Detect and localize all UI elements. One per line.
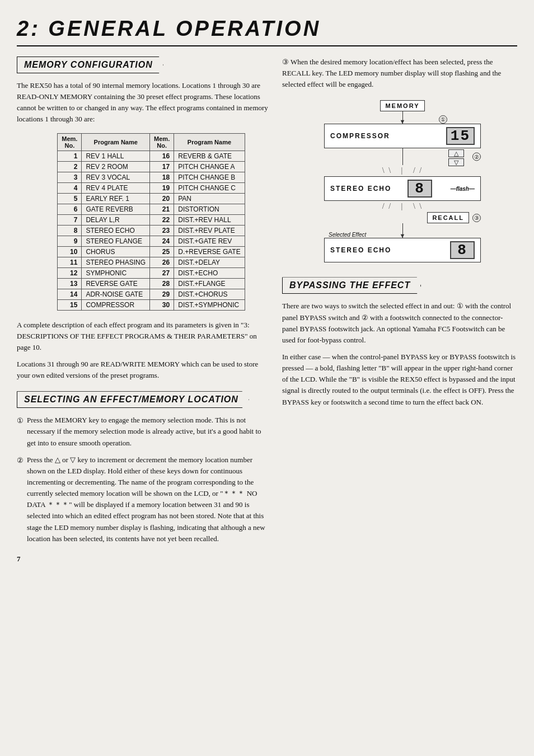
table-row: 5EARLY REF. 120PAN: [58, 193, 245, 204]
selecting-section: SELECTING AN EFFECT/MEMORY LOCATION ①Pre…: [17, 391, 269, 544]
slash-bottom: / / | \ \: [324, 202, 481, 211]
table-row: 3REV 3 VOCAL18PITCH CHANGE B: [58, 172, 245, 182]
page-title: 2: GENERAL OPERATION: [17, 17, 517, 41]
circle1: ①: [439, 115, 447, 124]
table-row: 10CHORUS25D.+REVERSE GATE: [58, 246, 245, 257]
table-row: 9STEREO FLANGE24DIST.+GATE REV: [58, 236, 245, 246]
recall-box: RECALL: [427, 212, 469, 223]
memory-table: Mem.No. Program Name Mem.No. Program Nam…: [57, 133, 245, 311]
table-row: 11STEREO PHASING26DIST.+DELAY: [58, 257, 245, 267]
stereo-echo-node: STEREO ECHO 8 —flash—: [324, 176, 481, 201]
table-row: 7DELAY L,R22DIST.+REV HALL: [58, 214, 245, 225]
bypassing-para2: In either case — when the control-panel …: [282, 351, 517, 408]
memory-box: MEMORY: [380, 100, 424, 111]
page-container: 2: GENERAL OPERATION MEMORY CONFIGURATIO…: [17, 17, 517, 564]
recall-row: RECALL ③: [324, 212, 481, 223]
page-number: 7: [17, 555, 269, 564]
memory-config-section: MEMORY CONFIGURATION The REX50 has a tot…: [17, 57, 269, 381]
arrow1: ▼ ①: [324, 111, 481, 124]
memory-table-wrap: Mem.No. Program Name Mem.No. Program Nam…: [34, 133, 269, 311]
selecting-header: SELECTING AN EFFECT/MEMORY LOCATION: [17, 391, 249, 408]
table-row: 8STEREO ECHO23DIST.+REV PLATE: [58, 225, 245, 236]
diagram: MEMORY ▼ ① COMPRESSOR 15: [288, 100, 517, 262]
right-para3: ③ When the desired memory location/effec…: [282, 57, 517, 90]
selecting-items: ①Press the MEMORY key to engage the memo…: [17, 415, 269, 544]
memory-config-header: MEMORY CONFIGURATION: [17, 57, 163, 73]
table-row: 6GATE REVERB21DISTORTION: [58, 204, 245, 214]
right-column: ③ When the desired memory location/effec…: [282, 57, 517, 564]
stereo-echo-node2: STEREO ECHO 8: [324, 238, 481, 262]
table-row: 2REV 2 ROOM17PITCH CHANGE A: [58, 161, 245, 172]
col-header-mem2: Mem.No.: [150, 133, 174, 151]
table-row: 15COMPRESSOR30DIST.+SYMPHONIC: [58, 299, 245, 310]
flash-label: —flash—: [451, 186, 475, 192]
col-header-mem1: Mem.No.: [58, 133, 82, 151]
memory-config-para3: Locations 31 through 90 are READ/WRITE M…: [17, 359, 269, 381]
memory-config-para2: A complete description of each effect pr…: [17, 320, 269, 353]
bypassing-para1: There are two ways to switch the selecte…: [282, 300, 517, 346]
table-row: 12SYMPHONIC27DIST.+ECHO: [58, 267, 245, 278]
left-column: MEMORY CONFIGURATION The REX50 has a tot…: [17, 57, 269, 564]
slash-top: \ \ | / /: [324, 166, 481, 175]
list-marker: ②: [17, 455, 24, 544]
memory-config-para1: The REX50 has a total of 90 internal mem…: [17, 80, 269, 125]
circle2: ②: [472, 153, 481, 161]
list-item: ②Press the △ or ▽ key to increment or de…: [17, 454, 269, 544]
bypassing-header: BYPASSING THE EFFECT: [282, 277, 421, 294]
list-marker: ①: [17, 415, 24, 448]
list-text: Press the MEMORY key to engage the memor…: [27, 415, 269, 448]
table-row: 13REVERSE GATE28DIST.+FLANGE: [58, 278, 245, 289]
table-row: 4REV 4 PLATE19PITCH CHANGE C: [58, 182, 245, 193]
diagram-memory-row: MEMORY: [343, 100, 461, 111]
table-row: 1REV 1 HALL16REVERB & GATE: [58, 151, 245, 161]
col-header-prog2: Program Name: [174, 133, 245, 151]
list-item: ①Press the MEMORY key to engage the memo…: [17, 415, 269, 448]
compressor-node: COMPRESSOR 15: [324, 124, 481, 148]
list-text: Press the △ or ▽ key to increment or dec…: [27, 454, 269, 544]
bypassing-section: BYPASSING THE EFFECT There are two ways …: [282, 277, 517, 407]
table-row: 14ADR-NOISE GATE29DIST.+CHORUS: [58, 289, 245, 299]
col-header-prog1: Program Name: [82, 133, 150, 151]
selected-effect-label: Selected Effect: [329, 232, 366, 238]
circle3: ③: [472, 214, 481, 222]
arrow-buttons-row: △ ▽ ②: [324, 148, 481, 165]
up-arrow-btn[interactable]: △: [448, 149, 464, 157]
down-arrow-btn[interactable]: ▽: [448, 158, 464, 166]
selected-effect-arrow: Selected Effect ▼: [324, 223, 481, 238]
